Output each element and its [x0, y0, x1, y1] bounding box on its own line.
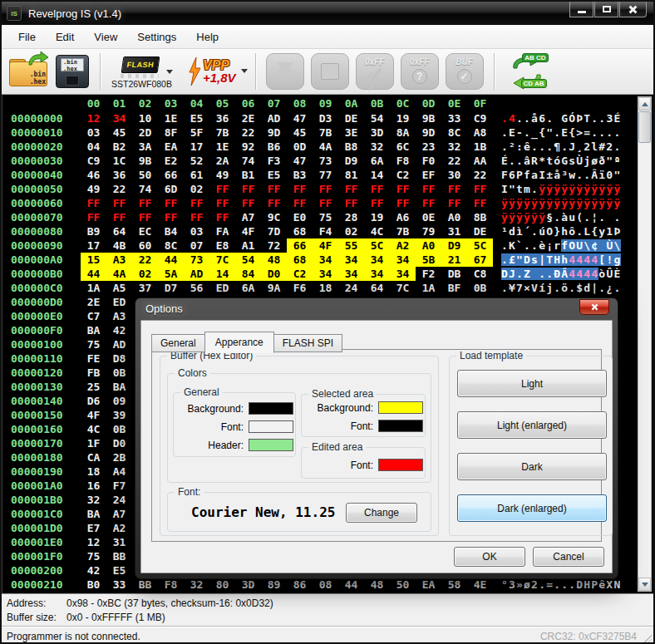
byte-swap-button[interactable]: AB CD CD AB [505, 53, 549, 90]
ascii-cell[interactable]: I"tm.ÿÿÿÿÿÿÿÿÿÿÿ [501, 182, 621, 196]
vertical-scrollbar[interactable] [638, 96, 652, 592]
hex-byte[interactable]: 52 [184, 154, 209, 168]
hex-byte[interactable]: 75 [81, 549, 106, 563]
hex-byte[interactable]: D7 [158, 281, 184, 295]
hex-byte[interactable]: FF [390, 196, 416, 210]
template-button-light-enlarged-[interactable]: Light (enlarged) [457, 411, 607, 439]
scroll-up-button[interactable] [638, 97, 651, 111]
hex-byte[interactable]: 07 [184, 238, 209, 253]
hex-byte[interactable]: EA [158, 140, 184, 154]
ascii-cell[interactable]: °3»ø2.=...DHPêXN [501, 578, 621, 592]
hex-byte[interactable]: 0B [106, 422, 132, 436]
hex-byte[interactable]: 02 [184, 182, 209, 196]
hex-byte[interactable]: 86 [287, 578, 313, 592]
hex-byte[interactable]: 2A [209, 154, 235, 168]
hex-byte[interactable]: 19 [364, 210, 390, 224]
hex-byte[interactable]: 0D [287, 140, 313, 154]
hex-byte[interactable]: FF [132, 196, 158, 210]
general-background-swatch[interactable] [249, 402, 293, 415]
hex-byte[interactable]: FF [287, 182, 313, 196]
hex-byte[interactable]: FF [338, 196, 364, 210]
hex-byte[interactable]: C8 [467, 267, 493, 281]
hex-byte[interactable]: 5B [416, 253, 441, 267]
hex-byte[interactable]: 1C [106, 154, 132, 168]
change-font-button[interactable]: Change [346, 503, 417, 523]
hex-byte[interactable]: 03 [81, 125, 106, 140]
hex-byte[interactable]: F8 [158, 578, 184, 592]
hex-byte[interactable]: 17 [81, 238, 106, 253]
hex-byte[interactable]: C9 [81, 154, 106, 168]
hex-byte[interactable]: 8A [390, 125, 416, 140]
hex-byte[interactable]: 68 [287, 224, 313, 238]
hex-byte[interactable]: AD [184, 267, 209, 281]
hex-byte[interactable]: B3 [287, 168, 313, 182]
hex-byte[interactable]: A7 [235, 210, 261, 224]
ascii-cell[interactable]: .4..å6. GÓÞT..3É [501, 111, 621, 125]
hex-byte[interactable]: 89 [261, 578, 287, 592]
hex-byte[interactable]: 0E [416, 210, 441, 224]
hex-byte[interactable]: 34 [364, 253, 390, 267]
hex-byte[interactable]: 47 [287, 111, 313, 125]
hex-byte[interactable]: 64 [106, 224, 132, 238]
hex-byte[interactable]: FE [81, 351, 106, 366]
hex-byte[interactable]: 9B [132, 154, 158, 168]
hex-byte[interactable]: 66 [287, 238, 313, 253]
ascii-cell[interactable]: É..âR*tóGsÙjøð"ª [501, 154, 621, 168]
hex-byte[interactable]: C2 [287, 267, 313, 281]
hex-byte[interactable]: 8B [467, 210, 493, 224]
hex-byte[interactable]: 4F [235, 224, 261, 238]
hex-byte[interactable]: 3D [235, 578, 261, 592]
vpp-voltage-button[interactable]: VPP +1,8V [188, 57, 236, 86]
hex-byte[interactable]: D6 [81, 394, 106, 408]
save-file-button[interactable]: .bin.hex [56, 55, 89, 88]
hex-byte[interactable]: 39 [106, 408, 132, 422]
hex-byte[interactable]: BB [106, 549, 132, 563]
hex-byte[interactable]: FF [390, 182, 416, 196]
hex-byte[interactable]: D9 [338, 154, 364, 168]
hex-byte[interactable]: A3 [106, 309, 132, 323]
hex-byte[interactable]: 32 [184, 578, 209, 592]
hex-byte[interactable]: BA [81, 507, 106, 521]
hex-byte[interactable]: 19 [390, 111, 416, 125]
hex-byte[interactable]: 33 [441, 111, 467, 125]
menu-item-view[interactable]: View [84, 27, 127, 47]
hex-byte[interactable]: A5 [106, 281, 132, 295]
hex-byte[interactable]: B9 [81, 224, 106, 238]
hex-byte[interactable]: 44 [158, 253, 184, 267]
hex-byte[interactable]: D8 [106, 351, 132, 366]
hex-byte[interactable]: 24 [106, 493, 132, 507]
hex-byte[interactable]: FA [209, 224, 235, 238]
hex-byte[interactable]: 7B [390, 224, 416, 238]
hex-byte[interactable]: F3 [261, 154, 287, 168]
hex-byte[interactable]: 7D [261, 224, 287, 238]
maximize-button[interactable] [594, 2, 618, 17]
hex-byte[interactable]: A2 [106, 521, 132, 535]
hex-byte[interactable]: FF [81, 196, 106, 210]
ascii-cell[interactable]: .E-._{".E{>=.... [501, 125, 621, 140]
hex-byte[interactable]: DE [338, 111, 364, 125]
hex-byte[interactable]: 75 [81, 337, 106, 351]
hex-byte[interactable]: 54 [235, 253, 261, 267]
tab-apperance[interactable]: Apperance [204, 332, 274, 353]
hex-byte[interactable]: 4C [364, 224, 390, 238]
hex-byte[interactable]: 0B [106, 366, 132, 380]
hex-byte[interactable]: 12 [81, 111, 106, 125]
chip-select-button[interactable]: FLASH SST26WF080B [111, 55, 172, 89]
hex-byte[interactable]: 22 [467, 168, 493, 182]
hex-byte[interactable]: 8C [158, 238, 184, 253]
hex-byte[interactable]: 75 [313, 210, 338, 224]
hex-byte[interactable]: 8C [441, 125, 467, 140]
hex-byte[interactable]: 92 [235, 140, 261, 154]
hex-byte[interactable]: D3 [313, 111, 338, 125]
hex-byte[interactable]: FF [313, 182, 338, 196]
hex-byte[interactable]: D0 [106, 436, 132, 450]
hex-byte[interactable]: FF [467, 182, 493, 196]
menu-item-settings[interactable]: Settings [127, 27, 186, 47]
hex-byte[interactable]: 58 [441, 578, 467, 592]
ascii-cell[interactable]: ÿÿÿÿÿÿ§.àu(.¦. . [501, 210, 621, 224]
hex-byte[interactable]: AA [467, 154, 493, 168]
hex-byte[interactable]: 04 [81, 140, 106, 154]
hex-byte[interactable]: E5 [261, 168, 287, 182]
hex-byte[interactable]: 4A [106, 267, 132, 281]
hex-byte[interactable]: D0 [261, 267, 287, 281]
